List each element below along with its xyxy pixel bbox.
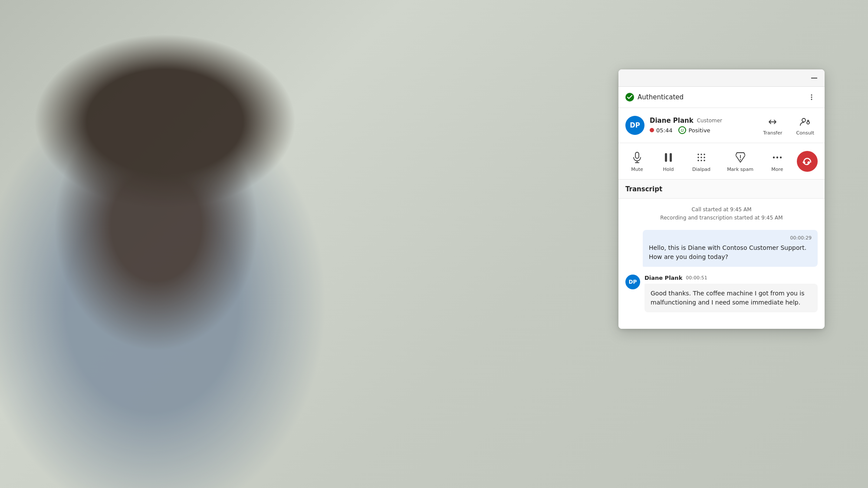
auth-status: Authenticated <box>625 93 684 102</box>
transfer-label: Transfer <box>763 130 782 136</box>
svg-rect-8 <box>635 152 639 158</box>
auth-more-button[interactable] <box>806 91 818 103</box>
caller-avatar: DP <box>625 116 644 135</box>
svg-point-19 <box>697 160 699 161</box>
mark-spam-button[interactable]: Mark spam <box>723 147 758 175</box>
svg-point-1 <box>811 95 812 96</box>
sentiment-indicator: Positive <box>678 126 710 134</box>
customer-message-bubble: Good thanks. The coffee machine I got fr… <box>644 284 818 312</box>
caller-left: DP Diane Plank Customer 05:44 <box>625 116 722 135</box>
dialpad-button[interactable]: Dialpad <box>688 147 715 175</box>
customer-sender-name: Diane Plank <box>644 275 682 281</box>
dialpad-label: Dialpad <box>692 167 710 172</box>
mute-icon <box>630 150 644 165</box>
caller-info-row: DP Diane Plank Customer 05:44 <box>618 108 825 143</box>
caller-status-row: 05:44 Positive <box>650 126 722 134</box>
transcript-header: Transcript <box>618 180 825 199</box>
svg-point-16 <box>697 157 699 158</box>
panel-top-bar <box>618 69 825 87</box>
caller-info: Diane Plank Customer 05:44 <box>650 117 722 134</box>
svg-point-5 <box>683 129 684 130</box>
sentiment-label: Positive <box>688 127 710 134</box>
svg-point-13 <box>697 154 699 155</box>
call-timer: 05:44 <box>650 127 672 134</box>
auth-label: Authenticated <box>638 93 684 101</box>
transcript-body: Call started at 9:45 AM Recording and tr… <box>618 199 825 329</box>
minimize-button[interactable] <box>810 74 819 82</box>
call-controls: Mute Hold <box>618 143 825 180</box>
customer-message-header: Diane Plank 00:00:51 <box>644 275 818 281</box>
consult-icon <box>798 115 812 129</box>
customer-bubble-wrap: Diane Plank 00:00:51 Good thanks. The co… <box>644 275 818 312</box>
call-started-text: Call started at 9:45 AM <box>625 206 818 214</box>
svg-point-7 <box>807 121 809 124</box>
transfer-icon <box>766 115 779 129</box>
agent-message-text: Hello, this is Diane with Contoso Custom… <box>649 243 812 262</box>
auth-bar: Authenticated <box>618 87 825 108</box>
svg-point-4 <box>681 129 682 130</box>
more-button[interactable]: More <box>766 147 789 175</box>
timer-value: 05:44 <box>656 127 672 134</box>
svg-point-26 <box>780 157 782 158</box>
caller-name-row: Diane Plank Customer <box>650 117 722 124</box>
transfer-button[interactable]: Transfer <box>760 113 786 138</box>
caller-actions: Transfer Consult <box>760 113 818 138</box>
svg-point-17 <box>700 157 702 158</box>
hold-button[interactable]: Hold <box>657 147 680 175</box>
svg-point-21 <box>704 160 705 161</box>
svg-point-15 <box>704 154 705 155</box>
dialpad-icon <box>694 150 709 165</box>
svg-point-2 <box>811 97 812 98</box>
recording-dot <box>650 128 654 132</box>
svg-point-6 <box>802 118 806 122</box>
end-call-button[interactable] <box>797 151 818 172</box>
smiley-icon <box>678 126 686 134</box>
svg-point-25 <box>776 157 778 158</box>
hold-icon <box>661 150 676 165</box>
svg-rect-11 <box>665 153 667 162</box>
more-icon <box>770 150 785 165</box>
svg-point-18 <box>704 157 705 158</box>
customer-message-time: 00:00:51 <box>686 275 707 281</box>
svg-rect-12 <box>670 153 672 162</box>
call-meta: Call started at 9:45 AM Recording and tr… <box>625 206 818 222</box>
svg-point-20 <box>700 160 702 161</box>
call-panel: Authenticated DP Diane Plank Customer <box>618 69 825 329</box>
consult-button[interactable]: Consult <box>793 113 818 138</box>
svg-point-14 <box>700 154 702 155</box>
person-photo <box>0 0 356 488</box>
mute-button[interactable]: Mute <box>625 147 649 175</box>
transcript-title: Transcript <box>625 185 662 193</box>
agent-message: 00:00:29 Hello, this is Diane with Conto… <box>643 230 818 267</box>
mute-label: Mute <box>631 167 643 172</box>
svg-point-3 <box>811 99 812 100</box>
svg-point-24 <box>773 157 775 158</box>
consult-label: Consult <box>796 130 814 136</box>
agent-message-time: 00:00:29 <box>649 235 812 241</box>
mark-spam-icon <box>733 150 748 165</box>
svg-point-23 <box>740 159 740 160</box>
caller-type: Customer <box>697 118 722 124</box>
caller-name: Diane Plank <box>650 117 694 124</box>
mark-spam-label: Mark spam <box>727 167 753 172</box>
more-label: More <box>771 167 783 172</box>
customer-message-row: DP Diane Plank 00:00:51 Good thanks. The… <box>625 275 818 312</box>
auth-indicator <box>625 93 634 102</box>
customer-avatar: DP <box>625 275 640 289</box>
hold-label: Hold <box>663 167 674 172</box>
svg-rect-0 <box>811 78 817 79</box>
customer-message-text: Good thanks. The coffee machine I got fr… <box>651 290 804 306</box>
recording-started-text: Recording and transcription started at 9… <box>625 214 818 222</box>
